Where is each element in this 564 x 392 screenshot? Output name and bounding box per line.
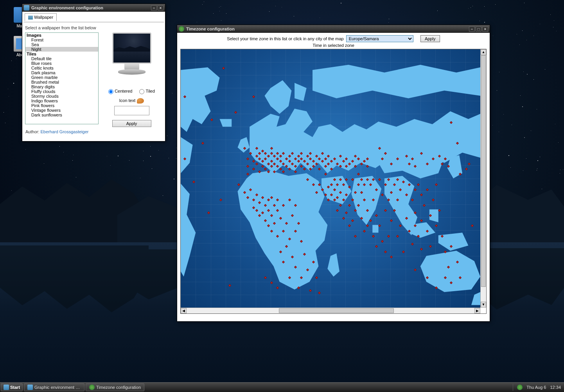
- close-button[interactable]: ×: [482, 27, 488, 32]
- scrollbar-horizontal[interactable]: ◀ ▶: [181, 308, 480, 313]
- wallpaper-icon: [28, 16, 33, 20]
- scroll-up-icon[interactable]: ▲: [481, 49, 486, 55]
- scrollbar-thumb[interactable]: [481, 55, 486, 287]
- minimize-button[interactable]: –: [151, 5, 157, 11]
- system-tray: Thu Aug 6 12:34: [513, 384, 563, 391]
- list-item[interactable]: Binary digits: [25, 84, 98, 89]
- window-icon: [27, 385, 33, 390]
- list-item[interactable]: Sea: [25, 42, 98, 47]
- taskbar-item-graphic-env[interactable]: Graphic environment co...: [24, 383, 84, 391]
- tray-network-icon[interactable]: [517, 385, 523, 390]
- timezone-select[interactable]: Europe/Samara: [346, 35, 413, 42]
- list-item[interactable]: Brushed metal: [25, 80, 98, 84]
- tab-wallpaper[interactable]: Wallpaper: [25, 13, 57, 21]
- world-map[interactable]: [181, 49, 480, 308]
- instruction-text: Select a wallpaper from the list below: [23, 22, 164, 32]
- start-button[interactable]: Start: [1, 383, 23, 391]
- maximize-button[interactable]: □: [476, 27, 481, 32]
- list-item[interactable]: Pink flowers: [25, 103, 98, 108]
- wallpaper-preview: [109, 32, 154, 83]
- taskbar: Start Graphic environment co... Timezone…: [0, 382, 564, 392]
- instruction-text: Select your time zone in this list or cl…: [227, 36, 343, 41]
- window-icon: [89, 385, 95, 390]
- scrollbar-vertical[interactable]: ▲ ▼: [480, 49, 486, 308]
- icon-text-label: Icon text: [101, 98, 162, 104]
- tab-row: Wallpaper: [23, 13, 164, 22]
- tray-time: 12:34: [550, 385, 561, 390]
- list-category: Tiles: [25, 52, 98, 56]
- list-item[interactable]: Dark plasma: [25, 70, 98, 75]
- scroll-down-icon[interactable]: ▼: [481, 302, 486, 308]
- author-row: Author: Eberhard Grossgasteiger: [23, 127, 164, 135]
- list-item[interactable]: Stormy clouds: [25, 94, 98, 98]
- list-item[interactable]: Celtic knots: [25, 66, 98, 70]
- scroll-left-icon[interactable]: ◀: [181, 308, 187, 313]
- window-timezone-config: Timezone configuration – □ × Select your…: [177, 25, 490, 322]
- titlebar[interactable]: Graphic environment configuration – ×: [22, 4, 165, 12]
- radio-centered[interactable]: Centered: [108, 89, 132, 94]
- list-item[interactable]: Fluffy clouds: [25, 89, 98, 94]
- scroll-right-icon[interactable]: ▶: [474, 308, 480, 313]
- list-item[interactable]: Blue roses: [25, 61, 98, 66]
- apply-button[interactable]: Apply: [112, 120, 151, 127]
- tray-date: Thu Aug 6: [526, 385, 546, 390]
- list-item[interactable]: Forest: [25, 38, 98, 42]
- start-logo-icon: [4, 385, 9, 390]
- window-title: Timezone configuration: [186, 27, 468, 31]
- author-link[interactable]: Eberhard Grossgasteiger: [41, 129, 89, 134]
- list-item[interactable]: Vintage flowers: [25, 108, 98, 113]
- list-item[interactable]: Default tile: [25, 56, 98, 61]
- wallpaper-listbox[interactable]: ImagesForestSeaNightTilesDefault tileBlu…: [25, 32, 99, 124]
- titlebar[interactable]: Timezone configuration – □ ×: [177, 25, 490, 33]
- map-container: ▲ ▼ ◀ ▶: [180, 49, 487, 314]
- window-title: Graphic environment configuration: [31, 5, 150, 10]
- icon-text-input[interactable]: [114, 106, 149, 115]
- list-item[interactable]: Dark sunflowers: [25, 113, 98, 117]
- list-item[interactable]: Green marble: [25, 75, 98, 80]
- close-button[interactable]: ×: [158, 5, 163, 11]
- list-item[interactable]: Night: [25, 47, 98, 52]
- radio-tiled[interactable]: Tiled: [139, 89, 154, 94]
- window-icon: [179, 26, 184, 32]
- list-item[interactable]: Indigo flowers: [25, 98, 98, 103]
- list-category: Images: [25, 33, 98, 38]
- taskbar-item-timezone[interactable]: Timezone configuration: [86, 383, 144, 391]
- minimize-button[interactable]: –: [469, 27, 475, 32]
- palette-icon[interactable]: [137, 98, 144, 104]
- window-graphic-env-config: Graphic environment configuration – × Wa…: [22, 4, 165, 141]
- scrollbar-thumb[interactable]: [279, 308, 394, 313]
- apply-button[interactable]: Apply: [420, 35, 440, 42]
- time-in-zone-label: Time in selected zone: [180, 43, 487, 48]
- window-icon: [24, 5, 29, 11]
